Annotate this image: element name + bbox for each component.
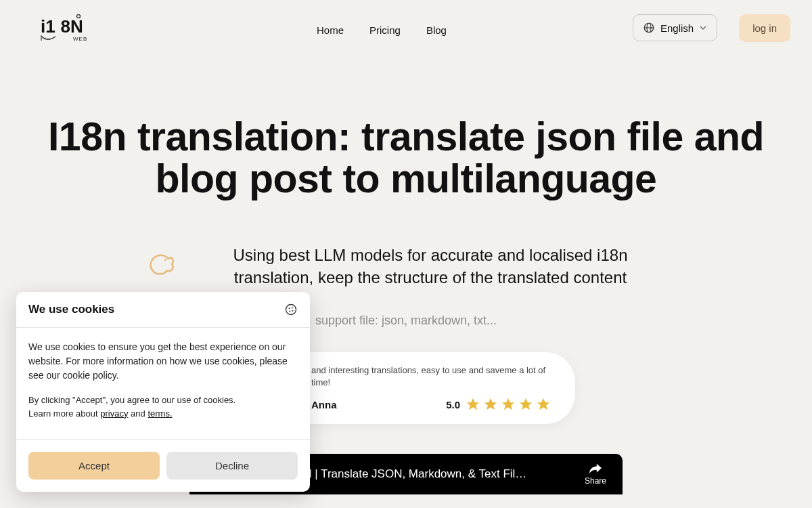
header: i1 8 N WEB Home Pricing Blog English lo	[0, 0, 812, 56]
share-button[interactable]: Share	[585, 463, 606, 486]
svg-text:8: 8	[61, 16, 70, 37]
star-icon	[483, 397, 498, 412]
svg-point-10	[164, 259, 166, 261]
cookie-body: We use cookies to ensure you get the bes…	[16, 328, 310, 440]
nav-home[interactable]: Home	[317, 24, 344, 36]
subhead-wrap: Using best LLM models for accurate and l…	[41, 244, 771, 289]
nav-blog[interactable]: Blog	[426, 24, 447, 36]
cookie-body-2: By clicking "Accept", you agree to our u…	[28, 394, 298, 420]
svg-point-16	[289, 311, 290, 312]
review-text: and interesting translations, easy to us…	[311, 364, 551, 389]
chevron-down-icon	[699, 24, 707, 32]
svg-point-14	[289, 308, 290, 309]
login-button[interactable]: log in	[739, 14, 790, 42]
accept-button[interactable]: Accept	[28, 452, 160, 480]
review-bottom: Anna 5.0	[311, 397, 551, 412]
cookie-icon	[284, 303, 298, 316]
review-rating: 5.0	[446, 397, 551, 412]
squirrel-icon	[145, 247, 177, 279]
cookie-body-1: We use cookies to ensure you get the bes…	[28, 340, 298, 383]
svg-text:i1: i1	[41, 16, 55, 37]
logo[interactable]: i1 8 N WEB	[41, 14, 92, 42]
star-icon	[518, 397, 533, 412]
star-icon	[536, 397, 551, 412]
globe-icon	[643, 22, 655, 34]
cookie-dialog: We use cookies We use cookies to ensure …	[16, 292, 310, 492]
terms-link[interactable]: terms.	[148, 408, 172, 419]
svg-point-15	[292, 308, 293, 309]
svg-point-17	[292, 310, 294, 312]
language-selector[interactable]: English	[633, 14, 717, 41]
header-right: English log in	[633, 14, 790, 42]
review-score: 5.0	[446, 399, 460, 410]
nav: Home Pricing Blog	[317, 24, 447, 36]
svg-point-13	[286, 305, 296, 315]
star-icon	[466, 397, 480, 412]
star-icon	[501, 397, 516, 412]
privacy-link[interactable]: privacy	[100, 408, 128, 419]
share-icon	[588, 463, 603, 475]
cookie-title: We use cookies	[28, 303, 114, 316]
svg-text:N: N	[70, 16, 83, 37]
decline-button[interactable]: Decline	[166, 452, 298, 480]
hero-subtitle: Using best LLM models for accurate and l…	[194, 244, 667, 289]
svg-text:WEB: WEB	[73, 36, 87, 42]
review-name: Anna	[311, 399, 337, 410]
cookie-header: We use cookies	[16, 292, 310, 328]
logo-svg: i1 8 N WEB	[41, 14, 92, 42]
stars	[466, 397, 551, 412]
share-label: Share	[585, 476, 606, 486]
hero-title: I18n translation: translate json file an…	[41, 117, 771, 200]
language-label: English	[660, 22, 694, 34]
cookie-actions: Accept Decline	[16, 440, 310, 492]
nav-pricing[interactable]: Pricing	[369, 24, 401, 36]
